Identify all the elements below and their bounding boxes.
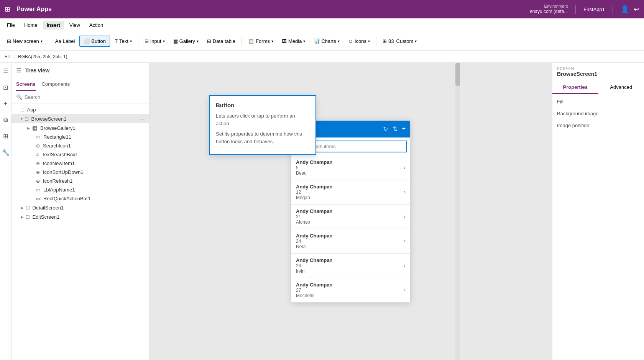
detail-screen-icon: □ [26,205,29,211]
button-icon: ⬜ [84,38,90,44]
menu-home[interactable]: Home [20,21,41,29]
data-table-label: Data table [213,38,235,44]
tab-advanced[interactable]: Advanced [598,81,644,94]
canvas-scroll-thumb[interactable] [455,63,460,86]
tree-item-lbl-app-name[interactable]: ▭ LblAppName1 [12,185,149,194]
prop-fill[interactable]: Fill [557,99,639,105]
app-header-icons: ↻ ⇅ + [383,125,406,133]
custom-label: Custom [396,38,414,44]
layers-icon[interactable]: ⧉ [2,115,9,125]
tree-item-edit-screen[interactable]: ▶ □ EditScreen1 [12,212,149,221]
icons-label: Icons [355,38,366,44]
lblappname1-label: LblAppName1 [43,187,145,193]
tree-item-search-icon1[interactable]: ⊕ SearchIcon1 [12,141,149,150]
tree-item-rect-quick[interactable]: ▭ RectQuickActionBar1 [12,194,149,203]
left-sidebar: ☰ ⊡ + ⧉ ⊞ 🔧 [0,63,12,360]
browse-screen-more[interactable]: ··· [140,116,145,122]
app-name: Power Apps [16,6,268,13]
media-button[interactable]: 🖼 Media ▾ [278,36,309,46]
input-chevron: ▾ [163,39,165,43]
undo-icon[interactable]: ↩ [634,5,639,13]
custom-count: 83 [388,38,394,44]
tab-properties[interactable]: Properties [552,81,598,94]
tree-item-icon-sort[interactable]: ⊕ IconSortUpDown1 [12,168,149,177]
media-label: Media [288,38,302,44]
tooltip-title: Button [216,102,309,108]
refresh-icon[interactable]: ↻ [383,125,388,133]
list-item-1[interactable]: Andy Champan 12 Megan › [291,180,410,205]
icons-button[interactable]: ☺ Icons ▾ [344,36,374,46]
new-screen-button[interactable]: ⊞ New screen ▾ [3,36,46,46]
first-app-label: FirstApp1 [583,7,605,12]
tree-item-detail-screen[interactable]: ▶ □ DetailScreen1 [12,203,149,212]
menu-insert[interactable]: Insert [43,21,64,29]
tree-item-browse-screen[interactable]: ▾ □ BrowseScreen1 ··· [12,114,149,123]
puzzle-icon[interactable]: ⊞ [2,131,10,141]
charts-button[interactable]: 📊 Charts ▾ [310,36,343,46]
browse-gallery-chevron: ▶ [27,126,30,130]
charts-icon: 📊 [314,38,320,44]
grid-icon[interactable]: ⊞ [5,5,10,13]
tab-components[interactable]: Components [42,78,70,91]
list-item-0[interactable]: Andy Champan 5 Beau › [291,155,410,180]
prop-image-position[interactable]: Image position [557,123,639,128]
tab-screens[interactable]: Screens [16,78,36,91]
menu-file[interactable]: File [3,21,19,29]
tree-item-icon-refresh[interactable]: ⊕ IconRefresh1 [12,177,149,185]
menu-view[interactable]: View [66,21,84,29]
tree-search-input[interactable] [25,94,145,100]
list-item-sub-4: Irvin [296,268,404,274]
input-button[interactable]: ⊟ Input ▾ [141,36,169,46]
text-button[interactable]: T Text ▾ [111,36,136,46]
browse-screen-label: BrowseScreen1 [31,116,138,122]
charts-label: Charts [321,38,336,44]
forms-label: Forms [256,38,270,44]
formula-value[interactable]: RGBA(255, 255, 255, 1) [18,54,67,59]
search-items-input[interactable] [307,144,403,149]
sort-icon[interactable]: ⇅ [393,125,398,133]
tree-item-browse-gallery[interactable]: ▶ ▦ BrowseGallery1 [12,123,149,133]
icons-icon: ☺ [348,38,353,44]
new-screen-label: New screen [13,38,39,44]
person-icon[interactable]: 👤 [621,5,629,13]
plus-icon[interactable]: + [2,99,9,109]
forms-button[interactable]: 📋 Forms ▾ [244,36,277,46]
custom-button[interactable]: ⊞ 83 Custom ▾ [379,36,421,46]
iconrefresh-icon: ⊕ [36,178,40,184]
tree-header: ☰ Tree view [12,63,149,78]
tree-item-icon-new-item[interactable]: ⊕ IconNewItem1 [12,159,149,168]
tree-panel: ☰ Tree view Screens Components 🔍 □ App ▾… [12,63,150,360]
menu-action[interactable]: Action [85,21,107,29]
tree-item-app[interactable]: □ App [12,105,149,114]
media-icon: 🖼 [282,38,287,44]
screen-label: SCREEN [557,67,639,71]
add-icon[interactable]: + [402,125,406,133]
list-item-name-4: Andy Champan [296,257,404,263]
list-item-2[interactable]: Andy Champan 21 Alonso › [291,205,410,229]
prop-background-image[interactable]: Background image [557,111,639,116]
button-button[interactable]: ⬜ Button [79,36,110,47]
data-icon[interactable]: ⊡ [2,82,10,93]
iconnewitem1-label: IconNewItem1 [43,160,145,166]
wrench-icon[interactable]: 🔧 [0,147,11,158]
tree-item-text-search-box[interactable]: ≡ TextSearchBox1 [12,150,149,159]
toolbar: ⊞ New screen ▾ Aa Label ⬜ Button T Text … [0,32,644,51]
hamburger-icon[interactable]: ☰ [16,67,21,74]
textsearch-icon: ≡ [36,152,39,157]
data-table-button[interactable]: ⊞ Data table [203,36,239,46]
list-item-name-1: Andy Champan [296,184,404,190]
tree-item-rectangle11[interactable]: ▭ Rectangle11 [12,133,149,141]
new-screen-chevron: ▾ [41,39,43,43]
formula-property[interactable]: Fill [5,54,10,59]
canvas-scroll-v[interactable] [455,63,460,360]
gallery-button[interactable]: ▦ Gallery ▾ [169,36,202,46]
label-button[interactable]: Aa Label [51,36,79,46]
list-item-4[interactable]: Andy Champan 26 Irvin › [291,254,410,278]
edit-screen-label: EditScreen1 [32,214,145,220]
formula-bar: Fill | RGBA(255, 255, 255, 1) [0,51,644,63]
treeview-icon[interactable]: ☰ [2,66,10,76]
label-icon: Aa [55,38,61,44]
list-item-num-2: 21 [296,214,404,219]
list-item-3[interactable]: Andy Champan 24 Neta › [291,229,410,254]
list-item-5[interactable]: Andy Champan 27 Mechelle › [291,278,410,303]
